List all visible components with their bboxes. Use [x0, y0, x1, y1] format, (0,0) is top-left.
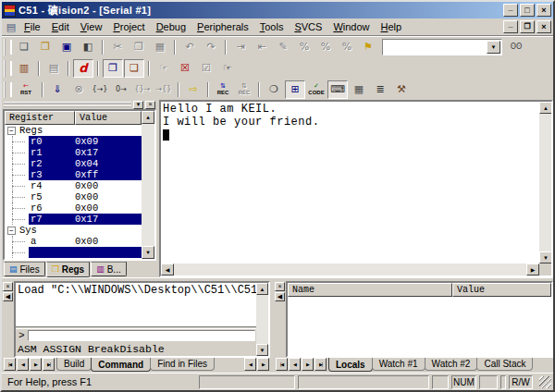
menu-tools[interactable]: Tools — [254, 19, 290, 34]
run-icon[interactable]: ⇓ — [47, 80, 68, 99]
next-tab-button[interactable]: ▶ — [302, 358, 314, 371]
tab-locals[interactable]: Locals — [328, 358, 373, 372]
collapse-icon[interactable]: − — [7, 227, 16, 235]
scroll-right-button[interactable]: ▶ — [526, 263, 539, 276]
scroll-up-button[interactable]: ▲ — [256, 283, 268, 295]
resize-grip[interactable] — [539, 376, 551, 388]
prev-tab-button[interactable]: ◀ — [17, 358, 29, 371]
scrollbar-track[interactable] — [174, 263, 526, 276]
tab-call-stack[interactable]: Call Stack — [476, 358, 533, 371]
scroll-down-button[interactable]: ▼ — [142, 246, 154, 259]
register-row-a[interactable]: a0x00 — [5, 236, 142, 247]
kill-all-breakpoints-icon[interactable]: ☒ — [175, 59, 195, 78]
find-in-files-icon[interactable]: ʘʘ — [506, 38, 526, 56]
scroll-up-button[interactable]: ▲ — [539, 102, 552, 114]
scrollbar-track[interactable] — [256, 295, 268, 344]
value-column-header[interactable]: Value — [75, 111, 142, 125]
last-tab-button[interactable]: ▶| — [43, 358, 55, 371]
menu-help[interactable]: Help — [376, 19, 408, 34]
serial-window-icon[interactable]: ▤ — [4, 20, 18, 33]
code-coverage-icon[interactable]: ✓CODE — [306, 80, 327, 99]
menu-edit[interactable]: Edit — [46, 19, 75, 34]
scrollbar-track[interactable] — [539, 114, 551, 251]
toolbar-gripper[interactable] — [4, 81, 10, 98]
first-tab-button[interactable]: |◀ — [4, 358, 16, 371]
register-group-sys[interactable]: −Sys — [5, 225, 142, 236]
register-column-header[interactable]: Register — [5, 111, 75, 125]
open-file-icon[interactable]: ❒ — [35, 38, 56, 56]
register-row-r7[interactable]: r70x17 — [5, 214, 142, 225]
register-group-regs[interactable]: −Regs — [5, 125, 142, 136]
title-bar[interactable]: C51 - 礦ision2 - [Serial #1] _ □ × — [2, 2, 553, 18]
menu-window[interactable]: Window — [327, 19, 375, 34]
watch-close-button[interactable]: × — [275, 282, 285, 291]
next-tab-button[interactable]: ▶ — [30, 358, 42, 371]
tab-command[interactable]: Command — [91, 358, 151, 372]
serial-vscrollbar[interactable]: ▲ ▼ — [539, 102, 551, 263]
toolbar-gripper[interactable] — [4, 60, 10, 77]
step-into-icon[interactable]: {→} — [90, 80, 110, 99]
output-scrollbar[interactable]: ▲ ▼ — [256, 283, 268, 356]
register-row-r6[interactable]: r60x00 — [5, 202, 142, 214]
disassembly-window-icon[interactable]: ❍ — [264, 80, 284, 99]
register-row-r5[interactable]: r50x00 — [5, 191, 142, 202]
find-text-combo[interactable]: ▼ — [382, 39, 502, 55]
tab-regs[interactable]: ❒Regs — [46, 262, 91, 277]
device-database-icon[interactable]: ◧ — [78, 38, 98, 56]
enable-trace-icon[interactable]: ⇅REC — [213, 80, 233, 99]
watch-window-icon[interactable]: ⊞ — [285, 80, 305, 99]
watch-collapse-button[interactable]: ◀ — [275, 292, 285, 301]
scroll-left-button[interactable]: ◀ — [161, 263, 174, 276]
mdi-close-button[interactable]: × — [536, 20, 551, 33]
scrollbar-track[interactable] — [142, 124, 154, 246]
output-window-icon[interactable]: ❏ — [124, 59, 144, 78]
register-scrollbar[interactable]: ▲ ▼ — [142, 111, 154, 259]
watch-rows[interactable] — [288, 297, 551, 356]
tab-build[interactable]: Build — [56, 358, 92, 371]
open-books-icon[interactable]: ▥ — [14, 59, 34, 78]
prev-tab-button[interactable]: ◀ — [289, 358, 301, 371]
menu-debug[interactable]: Debug — [151, 19, 191, 34]
tabs-scroll-right-button[interactable]: ▶ — [257, 358, 269, 371]
tab-watch-1[interactable]: Watch #1 — [372, 358, 426, 371]
tab-find-in-files[interactable]: Find in Files — [150, 358, 215, 371]
serial-output[interactable]: Hello I am KEIL.I will be your friend. — [161, 102, 539, 263]
register-row-r2[interactable]: r20x04 — [5, 158, 142, 169]
register-row-r1[interactable]: r10x17 — [5, 147, 142, 158]
save-file-icon[interactable]: ▣ — [56, 38, 77, 56]
command-input[interactable] — [28, 330, 255, 341]
last-tab-button[interactable]: ▶| — [314, 358, 327, 371]
memory-window-icon[interactable]: ▦ — [349, 80, 369, 99]
register-row-r3[interactable]: r30xff — [5, 169, 142, 180]
new-file-icon[interactable]: ❏ — [14, 38, 34, 56]
scroll-up-button[interactable]: ▲ — [142, 111, 154, 124]
menu-peripherals[interactable]: Peripherals — [191, 19, 254, 34]
gripper-lines[interactable] — [4, 102, 131, 107]
menu-view[interactable]: View — [75, 19, 108, 34]
disable-all-breakpoints-icon[interactable]: ☞ — [217, 59, 238, 78]
reset-cpu-icon[interactable]: ←RST — [14, 80, 38, 99]
project-window-gripper[interactable]: ▾ × — [2, 100, 157, 109]
step-over-icon[interactable]: 0→ — [111, 80, 131, 99]
register-row-partial[interactable] — [5, 247, 142, 258]
value-column-header[interactable]: Value — [452, 283, 551, 297]
dropdown-arrow-icon[interactable]: ▼ — [487, 41, 500, 54]
menu-project[interactable]: Project — [107, 19, 150, 34]
command-log[interactable]: Load "C:\\WINDOWS\\Desktop\\C51\\C51 — [16, 283, 256, 326]
output-collapse-button[interactable]: ◀ — [3, 292, 13, 301]
maximize-button[interactable]: □ — [520, 4, 535, 17]
serial-hscrollbar[interactable]: ◀ ▶ — [161, 263, 539, 276]
scroll-down-button[interactable]: ▼ — [256, 344, 268, 356]
toolbox-icon[interactable]: ⚒ — [391, 80, 412, 99]
mdi-restore-button[interactable]: ❐ — [520, 20, 535, 33]
register-row-r0[interactable]: r00x09 — [5, 136, 142, 147]
tabs-scroll-left-button[interactable]: ◀ — [244, 358, 256, 371]
menu-file[interactable]: File — [18, 19, 46, 34]
tab-watch-2[interactable]: Watch #2 — [425, 358, 478, 371]
mdi-minimize-button[interactable]: _ — [503, 20, 518, 33]
show-next-statement-icon[interactable]: ⇨ — [183, 80, 204, 99]
name-column-header[interactable]: Name — [288, 283, 452, 297]
start-stop-debug-icon[interactable]: d — [73, 59, 93, 78]
pane-menu-button[interactable]: ▾ — [133, 101, 143, 109]
register-row-r4[interactable]: r40x00 — [5, 180, 142, 191]
